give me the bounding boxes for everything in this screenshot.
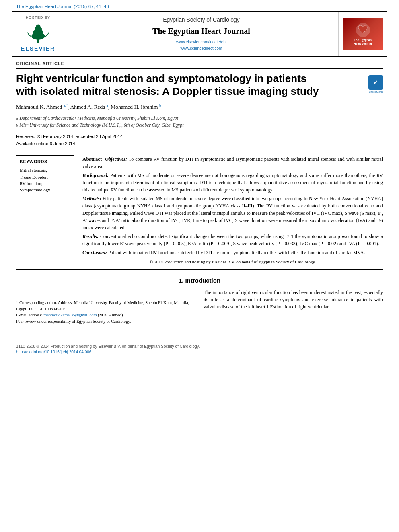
bottom-bar: 1110-2608 © 2014 Production and hosting … [0,341,399,357]
background-text: Patients with MS of moderate or severe d… [82,173,383,193]
society-name: Egyptian Society of Cardiology [163,16,240,24]
heart-icon [357,24,368,35]
abstract-conclusion: Conclusion: Patient with impaired RV fun… [82,249,383,256]
objectives-text: To compare RV function by DTI in symptom… [82,156,383,170]
abstract-body: Abstract Objectives: To compare RV funct… [82,155,383,265]
intro-footnote-area: * Corresponding author. Address: Menofia… [16,289,195,325]
received-date: Received 23 February 2014; accepted 28 A… [16,133,383,140]
divider1 [16,151,383,151]
keywords-box: KEYWORDS Mitral stenosis; Tissue Doppler… [16,155,74,265]
hosted-by-label: HOSTED BY [26,15,50,21]
methods-text: Fifty patients with isolated MS of moder… [82,196,383,230]
crossmark-icon: ✓ [371,78,380,87]
bottom-doi[interactable]: http://dx.doi.org/10.1016/j.ehj.2014.04.… [16,349,383,355]
svg-line-8 [47,32,49,35]
affiliation-2: b Misr University for Science and Techno… [16,122,383,129]
intro-paragraph: The importance of right ventricular func… [204,289,383,310]
cover-journal-text: The EgyptianHeart Journal [354,38,372,45]
objectives-label: Objectives: [105,156,127,162]
intro-title: Introduction [185,277,220,284]
journal-urls: www.elsevier.com/locate/ehj www.scienced… [176,39,226,52]
top-citation: The Egyptian Heart Journal (2015) 67, 41… [0,0,399,11]
footnotes: * Corresponding author. Address: Menofia… [16,297,195,325]
affil2-text: Misr University for Science and Technolo… [20,122,184,129]
cover-image-section: The EgyptianHeart Journal [339,12,387,56]
article-title: Right ventricular function and symptomat… [16,72,330,98]
elsevier-tree-icon [24,22,52,44]
author2-sup: a [107,103,108,107]
available-date: Available online 6 June 2014 [16,140,383,147]
methods-label: Methods: [82,196,101,201]
author2: Ahmed A. Reda a [70,104,108,110]
svg-line-7 [45,35,47,37]
elsevier-logo: ELSEVIER [21,22,55,53]
svg-line-6 [27,32,29,35]
peer-review-text: Peer review under responsibility of Egyp… [16,318,195,325]
journal-url1: www.elsevier.com/locate/ehj [176,39,226,45]
intro-two-col: * Corresponding author. Address: Menofia… [16,289,383,325]
cover-image-placeholder [356,23,370,37]
keyword-4: Symptomatology [20,187,71,193]
svg-text:✓: ✓ [373,80,378,86]
svg-point-4 [36,24,40,29]
results-text: Conventional echo could not detect signi… [82,234,383,246]
keyword-1: Mitral stenosis; [20,167,71,173]
affil1-sup: a [16,116,18,122]
bottom-issn: 1110-2608 © 2014 Production and hosting … [16,344,383,349]
elsevier-section: HOSTED BY [12,12,64,56]
background-label: Background: [82,173,109,178]
keyword-2: Tissue Doppler; [20,174,71,180]
crossmark-label: CrossMark [368,90,383,94]
email-label: E-mail address: [16,313,43,317]
affil1-text: Department of Cardiovascular Medicine, M… [20,115,178,122]
keywords-title: KEYWORDS [20,159,71,165]
author1: Mahmoud K. Ahmed a,* [16,104,68,110]
email-suffix: (M.K. Ahmed). [97,313,124,317]
journal-cover: The EgyptianHeart Journal [343,18,383,50]
author3-sup: b [159,103,161,107]
intro-section-title: 1. Introduction [16,276,383,285]
keyword-3: RV function; [20,181,71,187]
article-type: ORIGINAL ARTICLE [16,61,383,68]
results-label: Results: [82,234,99,239]
journal-info: Egyptian Society of Cardiology The Egypt… [64,12,339,56]
abstract-results: Results: Conventional echo could not det… [82,233,383,247]
journal-title-header: The Egyptian Heart Journal [152,25,250,37]
abstract-title: Abstract [82,156,102,162]
abstract-copyright: © 2014 Production and hosting by Elsevie… [82,259,383,265]
conclusion-text: Patient with impaired RV function as det… [107,250,365,255]
author3: Mohamed H. Ibrahim b [111,104,161,110]
footnote-star-text: * Corresponding author. Address: Menofia… [16,300,189,311]
header-band: HOSTED BY [12,11,387,57]
author1-sup: a,* [64,103,68,107]
affiliations: a Department of Cardiovascular Medicine,… [16,115,383,129]
footnote-email: E-mail address: mahmoudkamel35@gmail.com… [16,312,195,318]
svg-line-5 [29,35,31,37]
authors-line: Mahmoud K. Ahmed a,*, Ahmed A. Reda a, M… [16,103,383,111]
intro-text-col: The importance of right ventricular func… [204,289,383,325]
affiliation-1: a Department of Cardiovascular Medicine,… [16,115,383,122]
abstract-methods: Methods: Fifty patients with isolated MS… [82,195,383,231]
page: The Egyptian Heart Journal (2015) 67, 41… [0,0,399,532]
article-body: ORIGINAL ARTICLE Right ventricular funct… [0,57,399,333]
abstract-text-col: Abstract Objectives: To compare RV funct… [82,155,383,265]
abstract-section: KEYWORDS Mitral stenosis; Tissue Doppler… [16,155,383,265]
abstract-background: Background: Patients with MS of moderate… [82,172,383,193]
journal-url2: www.sciencedirect.com [176,45,226,52]
divider2 [16,269,383,270]
crossmark-badge: ✓ [368,75,383,90]
elsevier-text: ELSEVIER [21,45,55,53]
title-row: Right ventricular function and symptomat… [16,72,383,103]
abstract-objectives: Abstract Objectives: To compare RV funct… [82,155,383,170]
email-link[interactable]: mahmoudkamel35@gmail.com [43,313,97,317]
affil2-sup: b [16,123,18,129]
citation-text: The Egyptian Heart Journal (2015) 67, 41… [16,4,109,9]
crossmark-section: ✓ CrossMark [368,75,383,94]
conclusion-label: Conclusion: [82,250,107,255]
footnote-star: * Corresponding author. Address: Menofia… [16,300,195,312]
intro-number: 1. [179,277,184,284]
